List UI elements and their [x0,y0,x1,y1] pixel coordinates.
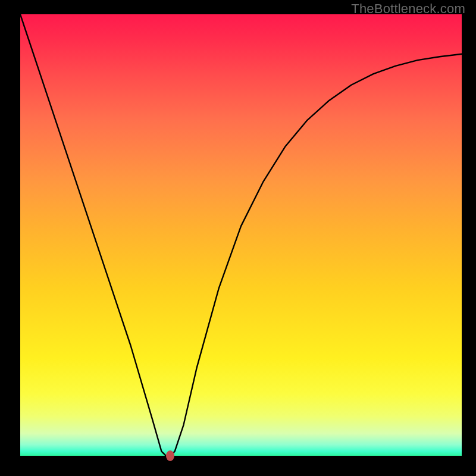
optimal-point-marker [166,450,174,461]
bottleneck-curve [20,14,462,456]
